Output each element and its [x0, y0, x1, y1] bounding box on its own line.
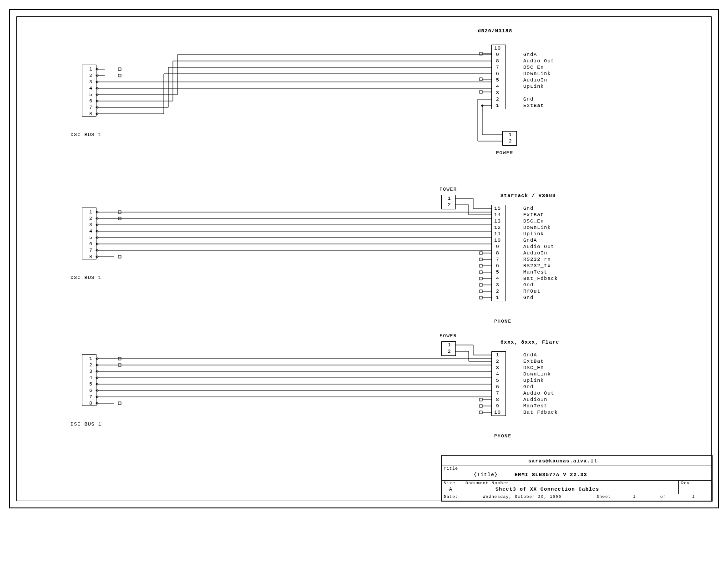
sheet-label: Sheet	[597, 495, 611, 499]
sheet-total: 1	[692, 495, 695, 499]
title-block: saras@kaunas.aiva.lt Title {Title} EMMI …	[441, 455, 713, 502]
title-label: Title	[444, 467, 458, 471]
of-label: of	[660, 495, 666, 499]
date-value: Wednesday, October 20, 1999	[483, 495, 561, 499]
title-text: EMMI SLN3577A V 22.33	[515, 472, 587, 477]
doc-value: Sheet3 of XX Connection Cables	[495, 487, 599, 492]
svg-rect-84	[480, 411, 482, 414]
rev-label: Rev	[681, 481, 690, 486]
sheet-num: 1	[633, 495, 636, 499]
title-block-email: saras@kaunas.aiva.lt	[528, 458, 597, 464]
svg-rect-82	[480, 405, 482, 407]
doc-label: Document Number	[465, 481, 509, 486]
date-label: Date:	[444, 495, 458, 499]
title-prefix: {Title}	[474, 472, 498, 477]
svg-rect-80	[480, 398, 482, 401]
size-value: A	[449, 487, 453, 492]
size-label: Size	[444, 481, 455, 486]
svg-rect-78	[118, 402, 121, 405]
